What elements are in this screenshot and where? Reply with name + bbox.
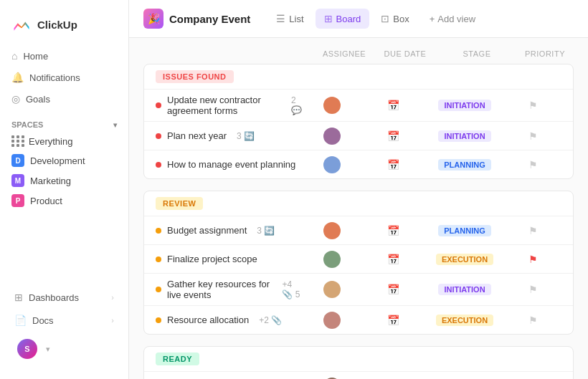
- status-badge: PLANNING: [438, 159, 490, 171]
- tab-label: List: [289, 14, 303, 24]
- calendar-icon: 📅: [387, 159, 399, 171]
- tab-board[interactable]: ⊞ Board: [316, 9, 370, 29]
- group-badge: REVIEW: [156, 197, 203, 210]
- calendar-icon: 📅: [387, 130, 399, 142]
- col-header-priority: PRIORITY: [516, 49, 574, 58]
- task-stage: PLANNING: [425, 159, 504, 171]
- avatar: [323, 251, 341, 268]
- sidebar-item-label: Development: [30, 155, 85, 166]
- task-meta: 3 🔄: [237, 131, 255, 141]
- sidebar-item-goals[interactable]: ◎ Goals: [6, 89, 123, 109]
- add-view-button[interactable]: + Add view: [421, 9, 484, 29]
- task-row[interactable]: Update new contractor agreement forms2 💬…: [144, 89, 573, 121]
- tab-box[interactable]: ⊡ Box: [372, 9, 417, 29]
- sidebar-item-label: Everything: [29, 136, 72, 147]
- sidebar-item-notifications[interactable]: 🔔 Notifications: [6, 67, 123, 87]
- task-status-dot: [156, 162, 161, 168]
- chevron-right-icon: ›: [111, 316, 114, 325]
- task-row[interactable]: Finalize project scope📅EXECUTION⚑: [144, 244, 573, 273]
- task-stage: INITIATION: [425, 284, 504, 295]
- chevron-down-icon: ▾: [113, 121, 117, 129]
- sidebar: ClickUp ⌂ Home 🔔 Notifications ◎ Goals S…: [0, 0, 129, 379]
- tab-label: Board: [336, 14, 361, 24]
- group-badge: ISSUES FOUND: [156, 70, 234, 83]
- sidebar-item-product[interactable]: P Product: [6, 191, 123, 211]
- group-ready: READYNew contractor agreement📅INITIATION…: [143, 346, 574, 379]
- list-icon: ☰: [276, 13, 285, 24]
- task-due-date: 📅: [361, 100, 425, 111]
- calendar-icon: 📅: [387, 284, 399, 295]
- user-profile[interactable]: S ▾: [9, 333, 120, 365]
- task-name: Gather key resources for live events: [167, 279, 272, 300]
- task-meta: +4 📎 5: [282, 279, 303, 299]
- task-assignee: [303, 97, 361, 114]
- header-tabs: ☰ List ⊞ Board ⊡ Box + Add view: [267, 9, 484, 29]
- main-content: 🎉 Company Event ☰ List ⊞ Board ⊡ Box + A…: [129, 0, 588, 379]
- spaces-header[interactable]: Spaces ▾: [6, 117, 123, 132]
- task-row[interactable]: Resource allocation+2 📎📅EXECUTION⚑: [144, 305, 573, 334]
- task-status-dot: [156, 287, 161, 292]
- group-header-ready: READY: [144, 347, 573, 371]
- task-status-dot: [156, 317, 161, 323]
- group-review: REVIEWBudget assignment3 🔄📅PLANNING⚑Fina…: [143, 191, 574, 335]
- task-row[interactable]: How to manage event planning📅PLANNING⚑: [144, 150, 573, 178]
- task-priority: ⚑: [504, 254, 561, 265]
- board-area: ASSIGNEE DUE DATE STAGE PRIORITY ISSUES …: [129, 38, 588, 379]
- avatar: [323, 128, 341, 145]
- space-icon-marketing: M: [11, 174, 24, 187]
- task-name: Finalize project scope: [167, 254, 257, 264]
- chevron-right-icon: ›: [111, 293, 114, 302]
- task-due-date: 📅: [361, 284, 425, 295]
- docs-icon: 📄: [14, 315, 27, 326]
- target-icon: ◎: [11, 93, 20, 105]
- status-badge: INITIATION: [438, 130, 490, 142]
- task-assignee: [303, 222, 361, 239]
- bell-icon: 🔔: [11, 72, 24, 83]
- col-header-assignee: ASSIGNEE: [316, 49, 373, 58]
- sidebar-item-dashboards[interactable]: ⊞ Dashboards ›: [9, 287, 120, 307]
- task-row[interactable]: Budget assignment3 🔄📅PLANNING⚑: [144, 216, 573, 244]
- sidebar-item-marketing[interactable]: M Marketing: [6, 171, 123, 191]
- spaces-section: Spaces ▾ Everything D Development M Mark…: [0, 109, 128, 214]
- calendar-icon: 📅: [387, 315, 399, 326]
- task-assignee: [303, 312, 361, 329]
- task-priority: ⚑: [504, 315, 561, 326]
- task-status-dot: [156, 133, 161, 139]
- calendar-icon: 📅: [387, 100, 399, 111]
- sidebar-item-docs[interactable]: 📄 Docs ›: [9, 310, 120, 330]
- task-due-date: 📅: [361, 130, 425, 142]
- task-stage: PLANNING: [425, 225, 504, 236]
- sidebar-item-label: Docs: [32, 315, 54, 326]
- task-status-dot: [156, 228, 161, 234]
- sidebar-item-everything[interactable]: Everything: [6, 132, 123, 150]
- home-icon: ⌂: [11, 50, 17, 62]
- tab-list[interactable]: ☰ List: [267, 9, 312, 29]
- avatar: [323, 222, 341, 239]
- col-header-due: DUE DATE: [373, 49, 437, 58]
- flag-icon: ⚑: [528, 315, 538, 326]
- task-name: Plan next year: [167, 130, 227, 141]
- flag-icon: ⚑: [528, 100, 538, 111]
- status-badge: EXECUTION: [436, 315, 493, 326]
- task-due-date: 📅: [361, 315, 425, 326]
- task-meta: 3 🔄: [257, 226, 275, 236]
- project-title: Company Event: [169, 13, 250, 25]
- sidebar-bottom: ⊞ Dashboards › 📄 Docs › S ▾: [0, 282, 128, 370]
- header: 🎉 Company Event ☰ List ⊞ Board ⊡ Box + A…: [129, 0, 588, 38]
- sidebar-item-development[interactable]: D Development: [6, 150, 123, 171]
- task-assignee: [303, 156, 361, 173]
- task-row[interactable]: Plan next year3 🔄📅INITIATION⚑: [144, 121, 573, 150]
- sidebar-item-home[interactable]: ⌂ Home: [6, 46, 123, 66]
- avatar: [323, 97, 341, 114]
- task-row[interactable]: New contractor agreement📅INITIATION⚑: [144, 371, 573, 379]
- task-due-date: 📅: [361, 159, 425, 171]
- col-header-task: [166, 49, 316, 58]
- task-status-dot: [156, 102, 161, 108]
- app-logo: ClickUp: [0, 9, 128, 46]
- sidebar-item-label: Product: [30, 196, 62, 206]
- project-header: 🎉 Company Event: [143, 9, 250, 29]
- status-badge: INITIATION: [438, 284, 490, 295]
- task-row[interactable]: Gather key resources for live events+4 📎…: [144, 273, 573, 305]
- sidebar-item-label: Home: [23, 51, 48, 62]
- task-priority: ⚑: [504, 284, 561, 295]
